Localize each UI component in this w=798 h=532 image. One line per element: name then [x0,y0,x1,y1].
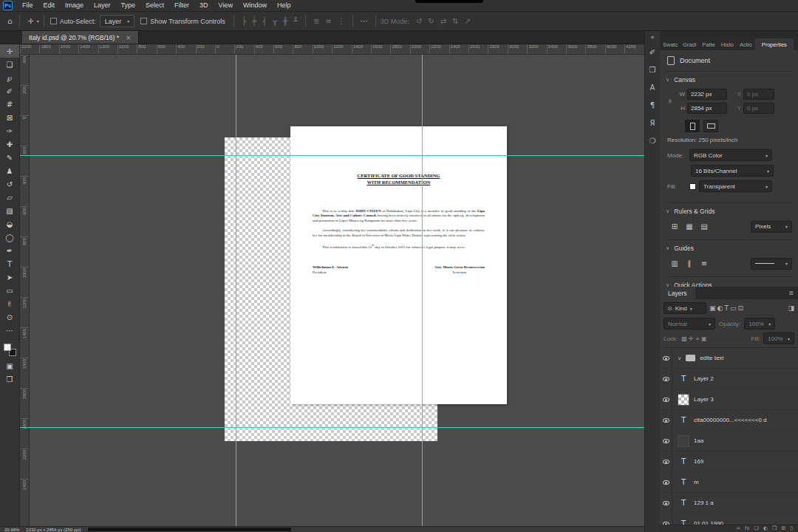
layers-tab[interactable]: Layers [660,287,695,299]
panel-tab[interactable]: Histo [718,38,737,50]
layer-name[interactable]: edite text [700,355,723,361]
screen-mode-button[interactable]: ❒ [0,372,19,386]
crop-tool[interactable]: # [0,98,19,111]
panel-tab[interactable]: Swatc [660,38,680,50]
align-icon[interactable]: ╨ [290,17,301,25]
menu-item[interactable]: Layer [89,0,116,11]
portrait-orientation-button[interactable] [685,120,700,132]
layer-visibility-toggle[interactable] [660,410,672,430]
clone-stamp-tool[interactable]: ♟ [0,164,19,177]
layers-footer-icon[interactable]: ▯ [790,525,793,532]
panel-menu-icon[interactable]: ≣ [784,287,798,299]
layer-visibility-toggle[interactable] [660,472,672,492]
quick-mask-button[interactable]: ▣ [0,359,19,372]
guides-header[interactable]: ∨ Guides [666,245,792,252]
zoom-level[interactable]: 20.96% [4,528,19,532]
frame-tool[interactable]: ⊠ [0,111,19,124]
layer-row[interactable]: ∨ T Layer 3 [660,389,798,410]
eraser-tool[interactable]: ▱ [0,191,19,204]
guides-icon[interactable]: ▥ [667,257,682,270]
layers-footer-icon[interactable]: fx [745,525,750,532]
canvas-area[interactable]: 4002000200400600800100012001400160018002… [20,55,644,526]
clone-source-panel-icon[interactable]: ❐ [645,61,660,78]
move-tool[interactable]: ✛ [0,44,19,58]
layer-row[interactable]: ∨ T 169 [660,451,798,472]
auto-select-target-dropdown[interactable]: Layer ▾ [100,15,135,27]
align-icon[interactable]: ╥ [270,17,280,25]
quick-actions-header[interactable]: ∨ Quick Actions [666,282,792,287]
layer-row[interactable]: ∨ T m [660,472,798,493]
menu-item[interactable]: Type [116,0,141,11]
brush-tool[interactable]: ✎ [0,151,19,164]
blur-tool[interactable]: ◒ [0,217,19,231]
quick-selection-tool[interactable]: ✐ [0,84,19,98]
menu-item[interactable]: Edit [38,0,61,11]
lock-icon[interactable]: ▩ [681,335,688,342]
width-field[interactable]: 2232 px [687,89,727,100]
align-icon[interactable]: ╞ [239,17,249,25]
path-selection-tool[interactable]: ➤ [0,270,19,284]
layers-footer-icon[interactable]: ◐ [763,525,768,532]
panel-tab[interactable]: Properties [755,38,794,50]
eyedropper-tool[interactable]: ✑ [0,124,19,137]
layers-footer-icon[interactable]: ⊞ [781,525,785,532]
align-icon[interactable]: ╡ [259,17,270,25]
marquee-tool[interactable]: ❏ [0,58,19,71]
layer-filter-icon[interactable]: ◐ [717,304,724,312]
glyphs-panel-icon[interactable]: Я [645,114,660,132]
layers-footer-icon[interactable]: ∞ [736,525,740,532]
tool-preset-caret-icon[interactable]: ▾ [37,18,39,24]
move-tool-preset-icon[interactable]: ✛ [24,17,36,25]
character-panel-icon[interactable]: A [645,78,660,96]
vertical-ruler[interactable]: 4002000200400600800100012001400160018002… [20,55,30,526]
lasso-tool[interactable]: ℘ [0,71,19,84]
filter-toggle-icon[interactable]: ◨ [788,304,794,312]
menu-item[interactable]: Image [60,0,89,11]
menu-item[interactable]: View [214,0,238,11]
healing-brush-tool[interactable]: ✚ [0,137,19,151]
lock-icon[interactable]: ▣ [700,335,708,342]
brush-settings-panel-icon[interactable]: ✐ [645,43,660,61]
layer-filter-icon[interactable]: ⊡ [737,304,744,312]
fill-swatch[interactable] [689,183,696,190]
type-tool[interactable]: T [0,257,19,270]
height-field[interactable]: 2854 px [687,103,727,114]
rulers-grid-icon[interactable]: ⊞ [667,220,682,233]
empty-layer-thumbnail[interactable] [678,435,689,447]
rulers-grids-header[interactable]: ∨ Rulers & Grids [666,208,792,215]
landscape-orientation-button[interactable] [703,120,718,132]
align-icon[interactable]: ╫ [280,17,290,25]
layer-visibility-toggle[interactable] [660,389,672,409]
lock-icon[interactable]: + [694,335,700,342]
paragraph-panel-icon[interactable]: ¶ [645,96,660,114]
dodge-tool[interactable]: ◯ [0,231,19,244]
rulers-grid-icon[interactable]: ▤ [697,220,712,233]
align-icon[interactable]: ╪ [249,17,259,25]
layer-thumbnail[interactable] [678,394,689,406]
group-expand-caret-icon[interactable]: ∨ [678,355,681,361]
layer-name[interactable]: cita00000000...<<<<<<<0 d [694,417,767,423]
layer-name[interactable]: 1aa [694,437,703,444]
layer-name[interactable]: m [694,479,699,485]
units-dropdown[interactable]: Pixels ▾ [751,221,792,233]
guides-icon[interactable]: ∥ [682,257,697,270]
layer-row[interactable]: ∨ T 1aa [660,431,798,451]
color-mode-dropdown[interactable]: RGB Color ▾ [689,149,772,161]
layer-name[interactable]: 129 1 a [694,499,714,506]
menu-item[interactable]: 3D [194,0,214,11]
show-transform-controls-checkbox[interactable] [140,18,147,24]
horizontal-ruler[interactable]: 2200180016001400120010008006004002000200… [20,44,644,55]
layer-name[interactable]: Layer 2 [694,375,714,382]
foreground-color-swatch[interactable] [4,344,11,351]
layers-footer-icon[interactable]: ❐ [772,525,777,532]
shape-tool[interactable]: ▭ [0,284,19,297]
layers-footer-icon[interactable]: ❑ [754,525,759,532]
certificate-document[interactable]: CERTIFICATE OF GOOD STANDING WITH RECOMM… [290,126,507,404]
blend-mode-dropdown[interactable]: Normal ▾ [664,318,715,330]
menu-item[interactable]: Select [140,0,169,11]
color-swatches[interactable] [4,344,16,356]
menu-item[interactable]: Window [238,0,272,11]
panel-tab[interactable]: Actio [737,38,755,50]
layer-filter-icon[interactable]: ▭ [729,304,737,312]
layer-visibility-toggle[interactable] [660,493,672,513]
